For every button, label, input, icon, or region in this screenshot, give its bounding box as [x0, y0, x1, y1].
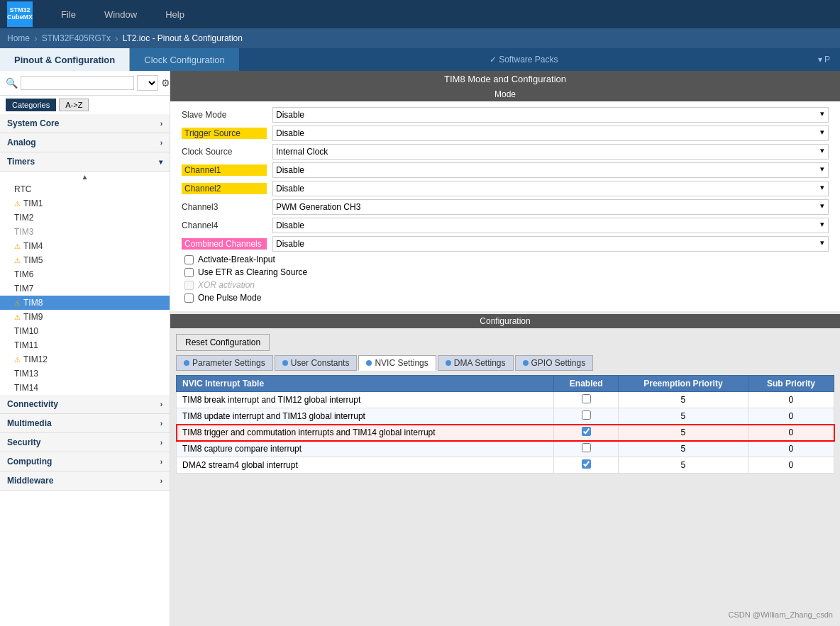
config-tab-label-user-constants: User Constants	[291, 358, 350, 368]
config-tab-nvic-settings[interactable]: NVIC Settings	[358, 355, 436, 371]
sidebar-item-tim14[interactable]: TIM14	[0, 381, 170, 395]
config-tab-dma-settings[interactable]: DMA Settings	[438, 355, 514, 371]
dot-parameter-settings	[184, 360, 189, 366]
sidebar-item-tim4[interactable]: TIM4	[0, 239, 170, 253]
watermark: CSDN @William_Zhang_csdn	[729, 610, 834, 619]
breadcrumb-sep2: ›	[115, 33, 118, 44]
nvic-checkbox-0[interactable]	[582, 394, 591, 403]
section-header-system-core[interactable]: System Core ›	[0, 114, 170, 133]
logo-area: STM32CubeMX	[7, 1, 33, 27]
menu-file[interactable]: File	[61, 9, 76, 20]
tab-bar: Pinout & Configuration Clock Configurati…	[0, 48, 840, 71]
cb-use-etr[interactable]	[184, 268, 194, 277]
dot-gpio-settings	[523, 360, 529, 366]
sidebar-item-rtc[interactable]: RTC	[0, 182, 170, 196]
nvic-checkbox-4[interactable]	[582, 459, 591, 469]
nvic-row-2: TIM8 trigger and commutation interrupts …	[177, 425, 834, 441]
sidebar: 🔍 ⚙ Categories A->Z System Core › Analog…	[0, 71, 170, 626]
sidebar-item-tim11[interactable]: TIM11	[0, 338, 170, 352]
section-header-computing[interactable]: Computing ›	[0, 452, 170, 471]
channel1-select[interactable]: Disable	[272, 162, 829, 178]
sidebar-item-tim10[interactable]: TIM10	[0, 324, 170, 338]
dot-user-constants	[282, 360, 288, 366]
section-analog: Analog ›	[0, 133, 170, 152]
mode-row-slave-mode: Slave Mode Disable	[182, 107, 829, 123]
sidebar-item-tim2[interactable]: TIM2	[0, 211, 170, 225]
nvic-cell-sub-3: 0	[748, 441, 834, 457]
config-tab-gpio-settings[interactable]: GPIO Settings	[515, 355, 594, 371]
tab-p[interactable]: ▾ P	[808, 48, 840, 71]
section-header-analog[interactable]: Analog ›	[0, 133, 170, 152]
config-tab-parameter-settings[interactable]: Parameter Settings	[176, 355, 273, 371]
combined-channels-select[interactable]: Disable	[272, 236, 829, 252]
slave-mode-select[interactable]: Disable	[272, 107, 829, 123]
nvic-cell-enabled-4	[554, 457, 619, 474]
checkbox-one-pulse: One Pulse Mode	[182, 293, 829, 303]
tab-categories[interactable]: Categories	[6, 99, 56, 111]
nvic-cell-name-2: TIM8 trigger and commutation interrupts …	[177, 425, 554, 441]
section-label-computing: Computing	[7, 457, 52, 466]
section-header-middleware[interactable]: Middleware ›	[0, 471, 170, 491]
sidebar-item-tim8[interactable]: TIM8	[0, 296, 170, 310]
nvic-checkbox-2[interactable]	[582, 427, 591, 436]
dot-nvic-settings	[366, 360, 372, 366]
section-header-connectivity[interactable]: Connectivity ›	[0, 395, 170, 414]
tab-pinout[interactable]: Pinout & Configuration	[0, 48, 130, 71]
label-channel4: Channel4	[182, 220, 267, 230]
config-tab-user-constants[interactable]: User Constants	[275, 355, 358, 371]
section-header-timers[interactable]: Timers ▾	[0, 152, 170, 172]
gear-icon[interactable]: ⚙	[161, 77, 170, 89]
section-label-system-core: System Core	[7, 118, 59, 128]
channel3-select[interactable]: PWM Generation CH3	[272, 199, 829, 215]
tab-software-packs[interactable]: ✓ Software Packs	[480, 48, 568, 71]
nvic-cell-preemption-0: 5	[619, 392, 748, 408]
channel2-select[interactable]: Disable	[272, 181, 829, 196]
sidebar-item-tim13[interactable]: TIM13	[0, 367, 170, 381]
section-header-multimedia[interactable]: Multimedia ›	[0, 414, 170, 433]
channel4-select[interactable]: Disable	[272, 218, 829, 233]
search-input[interactable]	[21, 76, 134, 90]
section-connectivity: Connectivity ›	[0, 395, 170, 414]
sidebar-item-tim9[interactable]: TIM9	[0, 310, 170, 324]
trigger-source-select[interactable]: Disable	[272, 125, 829, 141]
checkbox-activate-break-input: Activate-Break-Input	[182, 255, 829, 264]
nvic-checkbox-1[interactable]	[582, 410, 591, 420]
sidebar-item-tim7[interactable]: TIM7	[0, 281, 170, 296]
sidebar-item-tim5[interactable]: TIM5	[0, 253, 170, 267]
config-tab-label-dma-settings: DMA Settings	[454, 358, 506, 368]
sidebar-item-tim6[interactable]: TIM6	[0, 267, 170, 281]
nvic-cell-preemption-1: 5	[619, 408, 748, 425]
slave-mode-select-wrap: Disable	[272, 107, 829, 123]
logo-box: STM32CubeMX	[7, 1, 33, 27]
channel3-select-wrap: PWM Generation CH3	[272, 199, 829, 215]
breadcrumb-home[interactable]: Home	[7, 33, 30, 43]
clock-source-select[interactable]: Internal Clock	[272, 144, 829, 160]
checkbox-use-etr: Use ETR as Clearing Source	[182, 267, 829, 277]
nvic-cell-enabled-0	[554, 392, 619, 408]
tab-clock[interactable]: Clock Configuration	[130, 48, 239, 71]
nvic-cell-sub-1: 0	[748, 408, 834, 425]
section-system-core: System Core ›	[0, 114, 170, 133]
mode-section-header: Mode	[170, 87, 840, 101]
label-xor: XOR activation	[198, 280, 255, 290]
top-menu: File Window Help	[61, 9, 184, 20]
section-arrow-middleware: ›	[160, 477, 162, 485]
section-arrow-multimedia: ›	[160, 420, 162, 427]
reset-config-button[interactable]: Reset Configuration	[176, 334, 270, 351]
mode-row-channel4: Channel4 Disable	[182, 218, 829, 233]
menu-window[interactable]: Window	[104, 9, 137, 20]
sidebar-item-tim1[interactable]: TIM1	[0, 196, 170, 211]
breadcrumb-device[interactable]: STM32F405RGTx	[42, 33, 111, 43]
label-activate-break-input: Activate-Break-Input	[198, 255, 275, 264]
cb-one-pulse[interactable]	[184, 294, 194, 303]
sidebar-item-tim12[interactable]: TIM12	[0, 352, 170, 367]
section-label-multimedia: Multimedia	[7, 418, 52, 428]
section-header-security[interactable]: Security ›	[0, 433, 170, 452]
nvic-checkbox-3[interactable]	[582, 443, 591, 452]
search-dropdown[interactable]	[137, 75, 158, 91]
menu-help[interactable]: Help	[165, 9, 184, 20]
tab-az[interactable]: A->Z	[59, 99, 89, 111]
timers-up-arrow[interactable]: ▲	[0, 172, 170, 182]
sidebar-item-tim3[interactable]: TIM3	[0, 225, 170, 239]
cb-activate-break-input[interactable]	[184, 255, 194, 264]
